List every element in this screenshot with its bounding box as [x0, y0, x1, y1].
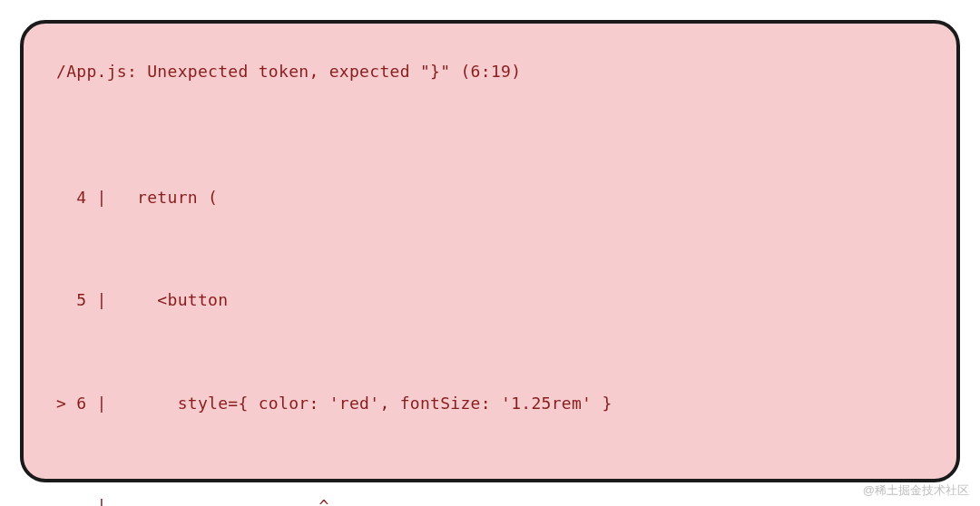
code-line: 5 | <button — [56, 283, 924, 317]
code-line: 4 | return ( — [56, 180, 924, 215]
watermark: @稀土掘金技术社区 — [863, 482, 969, 499]
code-block: 4 | return ( 5 | <button > 6 | style={ c… — [56, 112, 924, 506]
code-line: > 6 | style={ color: 'red', fontSize: '1… — [56, 386, 924, 421]
code-line: | ^ — [56, 489, 924, 506]
error-panel: /App.js: Unexpected token, expected "}" … — [20, 20, 960, 482]
error-message: /App.js: Unexpected token, expected "}" … — [56, 60, 924, 83]
